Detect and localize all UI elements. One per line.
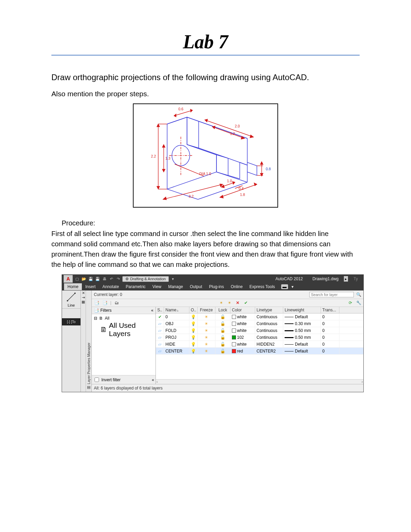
close-icon[interactable]: ✕ bbox=[82, 291, 85, 295]
palette-menu-icon[interactable]: ▤ bbox=[87, 385, 90, 389]
bulb-icon[interactable]: 💡 bbox=[191, 314, 196, 319]
cell-trans[interactable]: 0 bbox=[321, 321, 339, 327]
tab-plugins[interactable]: Plug-ins bbox=[206, 283, 227, 290]
search-icon[interactable]: 🔍 bbox=[356, 292, 361, 297]
line-tool-button[interactable]: Line bbox=[62, 290, 80, 309]
tab-manage[interactable]: Manage bbox=[165, 283, 186, 290]
tab-express[interactable]: Express Tools bbox=[246, 283, 278, 290]
sun-icon[interactable]: ☀ bbox=[204, 349, 208, 354]
tab-annotate[interactable]: Annotate bbox=[99, 283, 122, 290]
lock-icon[interactable]: 🔓 bbox=[220, 321, 225, 326]
layer-row[interactable]: ▱CENTER💡☀🔓redCENTER2Default0 bbox=[156, 348, 363, 355]
cell-trans[interactable]: 0 bbox=[321, 341, 339, 347]
cell-color[interactable]: 102 bbox=[231, 334, 255, 341]
sun-icon[interactable]: ☀ bbox=[204, 321, 208, 326]
cell-color[interactable]: white bbox=[231, 327, 255, 334]
lock-icon[interactable]: 🔓 bbox=[220, 349, 225, 354]
cell-lineweight[interactable]: Default bbox=[283, 341, 321, 347]
collapse-footer-icon[interactable]: « bbox=[152, 378, 154, 382]
hdr-lineweight[interactable]: Lineweight bbox=[283, 307, 321, 313]
refresh-icon[interactable]: ⟳ bbox=[348, 300, 353, 306]
tree-node-all[interactable]: ⊟ 🗎 All bbox=[94, 316, 153, 321]
cell-lineweight[interactable]: Default bbox=[283, 348, 321, 354]
tab-online[interactable]: Online bbox=[227, 283, 246, 290]
cell-name[interactable]: PROJ bbox=[164, 334, 189, 341]
new-icon[interactable]: ▢ bbox=[74, 276, 80, 282]
sun-icon[interactable]: ☀ bbox=[204, 342, 208, 347]
bulb-icon[interactable]: 💡 bbox=[191, 335, 196, 340]
properties-icon[interactable]: ▦ bbox=[82, 300, 85, 304]
new-filter-icon[interactable]: 📑 bbox=[94, 300, 99, 306]
tab-insert[interactable]: Insert bbox=[82, 283, 99, 290]
hdr-freeze[interactable]: Freeze bbox=[198, 307, 215, 313]
cell-name[interactable]: OBJ bbox=[164, 321, 189, 327]
cell-name[interactable]: FOLD bbox=[164, 327, 189, 334]
cell-linetype[interactable]: CENTER2 bbox=[255, 348, 283, 354]
dropdown-icon[interactable]: ▾ bbox=[170, 276, 176, 282]
open-icon[interactable]: 📂 bbox=[81, 276, 87, 282]
freeze-layer-icon[interactable]: ✶ bbox=[227, 300, 232, 306]
sun-icon[interactable]: ☀ bbox=[204, 335, 208, 340]
cell-lineweight[interactable]: 0.30 mm bbox=[283, 321, 321, 327]
new-layer-icon[interactable]: ✶ bbox=[219, 300, 224, 306]
lock-icon[interactable]: 🔓 bbox=[220, 342, 225, 347]
hdr-color[interactable]: Color bbox=[231, 307, 255, 313]
cell-linetype[interactable]: Continuous bbox=[255, 314, 283, 320]
cell-name[interactable]: 0 bbox=[164, 314, 189, 320]
layer-row[interactable]: ▱FOLD💡☀🔓whiteContinuous0.50 mm0 bbox=[156, 327, 363, 334]
cell-linetype[interactable]: HIDDEN2 bbox=[255, 341, 283, 347]
lock-icon[interactable]: 🔓 bbox=[220, 335, 225, 340]
layer-row[interactable]: ▱PROJ💡☀🔓102Continuous0.50 mm0 bbox=[156, 334, 363, 341]
tab-view[interactable]: View bbox=[149, 283, 165, 290]
hdr-lock[interactable]: Lock bbox=[215, 307, 231, 313]
grid-scrollbar[interactable]: ‹ › bbox=[156, 379, 363, 384]
tab-dropdown-icon[interactable]: ▾ bbox=[288, 283, 297, 290]
collapse-tree-icon[interactable]: « bbox=[151, 308, 153, 313]
sun-icon[interactable]: ☀ bbox=[204, 328, 208, 333]
app-logo[interactable]: A bbox=[63, 275, 73, 283]
hdr-linetype[interactable]: Linetype bbox=[255, 307, 283, 313]
cell-linetype[interactable]: Continuous bbox=[255, 327, 283, 334]
save-icon[interactable]: 💾 bbox=[88, 276, 94, 282]
cell-lineweight[interactable]: 0.50 mm bbox=[283, 334, 321, 341]
print-icon[interactable]: 🖶 bbox=[102, 276, 107, 282]
workspace-selector[interactable]: ⚙ Drafting & Annotation bbox=[122, 276, 169, 282]
bulb-icon[interactable]: 💡 bbox=[191, 342, 196, 347]
tab-parametric[interactable]: Parametric bbox=[122, 283, 149, 290]
cell-name[interactable]: HIDE bbox=[164, 341, 189, 347]
scroll-right-icon[interactable]: › bbox=[362, 380, 363, 384]
cell-lineweight[interactable]: 0.50 mm bbox=[283, 327, 321, 334]
cell-color[interactable]: white bbox=[231, 314, 255, 320]
delete-layer-icon[interactable]: ✕ bbox=[235, 300, 240, 306]
layer-row[interactable]: ▱OBJ💡☀🔓whiteContinuous0.30 mm0 bbox=[156, 320, 363, 327]
layer-row[interactable]: ✔0💡☀🔓whiteContinuousDefault0 bbox=[156, 313, 363, 320]
scroll-left-icon[interactable]: ‹ bbox=[157, 380, 158, 384]
saveas-icon[interactable]: 💾 bbox=[95, 276, 100, 282]
settings-icon[interactable]: 🔧 bbox=[356, 300, 361, 306]
undo-icon[interactable]: ↶ bbox=[109, 276, 114, 282]
hdr-on[interactable]: O.. bbox=[189, 307, 198, 313]
layer-row[interactable]: ▱HIDE💡☀🔓whiteHIDDEN2Default0 bbox=[156, 341, 363, 348]
hdr-trans[interactable]: Trans... bbox=[321, 307, 339, 313]
hdr-name[interactable]: Name▵ bbox=[164, 307, 189, 313]
lock-icon[interactable]: 🔓 bbox=[220, 314, 225, 319]
cell-trans[interactable]: 0 bbox=[321, 314, 339, 320]
cell-linetype[interactable]: Continuous bbox=[255, 321, 283, 327]
cell-linetype[interactable]: Continuous bbox=[255, 334, 283, 341]
cell-color[interactable]: white bbox=[231, 341, 255, 347]
cell-name[interactable]: CENTER bbox=[164, 348, 189, 354]
panel-icon[interactable]: ▬ bbox=[281, 284, 288, 289]
bulb-icon[interactable]: 💡 bbox=[191, 321, 196, 326]
cell-color[interactable]: red bbox=[231, 348, 255, 354]
set-current-icon[interactable]: ✔ bbox=[243, 300, 249, 306]
bulb-icon[interactable]: 💡 bbox=[191, 328, 196, 333]
invert-filter-checkbox[interactable] bbox=[95, 378, 99, 382]
search-hint[interactable]: Ty bbox=[349, 276, 362, 281]
lock-icon[interactable]: 🔓 bbox=[220, 328, 225, 333]
tab-home[interactable]: Home bbox=[64, 283, 82, 290]
layer-states-icon[interactable]: 🗂 bbox=[114, 300, 120, 306]
search-layer-input[interactable] bbox=[309, 292, 354, 297]
tree-node-used[interactable]: 🗎 All Used Layers bbox=[94, 321, 153, 338]
new-group-filter-icon[interactable]: 📑 bbox=[102, 300, 108, 306]
search-arrow-icon[interactable]: ▸ bbox=[344, 276, 348, 282]
